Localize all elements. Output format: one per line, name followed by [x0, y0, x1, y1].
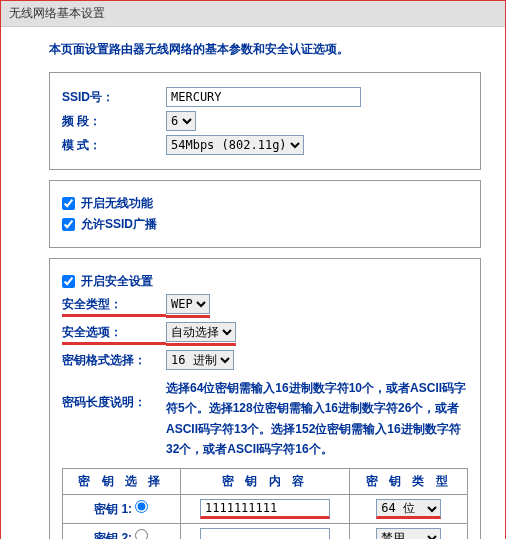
window-header: 无线网络基本设置 — [1, 1, 505, 27]
content-area: 本页面设置路由器无线网络的基本参数和安全认证选项。 SSID号： 频 段： 6 … — [1, 27, 505, 539]
mode-label: 模 式： — [62, 137, 166, 154]
key-table-header: 密 钥 选 择 密 钥 内 容 密 钥 类 型 — [63, 468, 468, 494]
enable-security-label: 开启安全设置 — [81, 273, 153, 290]
band-label: 频 段： — [62, 113, 166, 130]
security-option-select[interactable]: 自动选择 — [166, 322, 236, 342]
wireless-panel: 开启无线功能 允许SSID广播 — [49, 180, 481, 248]
col-type: 密 钥 类 型 — [350, 468, 468, 494]
key-row-1: 密钥 1: 64 位 — [63, 494, 468, 523]
enable-wifi-label: 开启无线功能 — [81, 195, 153, 212]
col-select: 密 钥 选 择 — [63, 468, 181, 494]
security-type-label: 安全类型： — [62, 296, 166, 317]
key2-radio[interactable] — [135, 529, 148, 539]
key-format-label: 密钥格式选择： — [62, 352, 166, 369]
key2-type-select[interactable]: 禁用 — [376, 528, 441, 539]
basic-panel: SSID号： 频 段： 6 模 式： 54Mbps (802.11g) — [49, 72, 481, 170]
length-desc-label: 密码长度说明： — [62, 378, 166, 411]
key1-input[interactable] — [200, 499, 330, 519]
window-title: 无线网络基本设置 — [9, 6, 105, 20]
settings-window: 无线网络基本设置 本页面设置路由器无线网络的基本参数和安全认证选项。 SSID号… — [0, 0, 506, 539]
enable-broadcast-checkbox[interactable] — [62, 218, 75, 231]
key-row-2: 密钥 2: 禁用 — [63, 523, 468, 539]
key1-label: 密钥 1: — [94, 502, 132, 516]
ssid-label: SSID号： — [62, 89, 166, 106]
mode-select[interactable]: 54Mbps (802.11g) — [166, 135, 304, 155]
key2-label: 密钥 2: — [94, 531, 132, 539]
ssid-input[interactable] — [166, 87, 361, 107]
enable-security-checkbox[interactable] — [62, 275, 75, 288]
intro-text: 本页面设置路由器无线网络的基本参数和安全认证选项。 — [49, 41, 481, 58]
length-desc-text: 选择64位密钥需输入16进制数字符10个，或者ASCII码字符5个。选择128位… — [166, 378, 468, 460]
security-type-select[interactable]: WEP — [166, 294, 210, 314]
enable-broadcast-label: 允许SSID广播 — [81, 216, 157, 233]
security-panel: 开启安全设置 安全类型： WEP 安全选项： 自动选择 密钥格式选择： 16 进… — [49, 258, 481, 539]
security-option-label: 安全选项： — [62, 324, 166, 345]
enable-wifi-checkbox[interactable] — [62, 197, 75, 210]
key1-radio[interactable] — [135, 500, 148, 513]
col-content: 密 钥 内 容 — [180, 468, 350, 494]
key1-type-select[interactable]: 64 位 — [376, 499, 441, 519]
key-format-select[interactable]: 16 进制 — [166, 350, 234, 370]
key2-input[interactable] — [200, 528, 330, 539]
band-select[interactable]: 6 — [166, 111, 196, 131]
key-table: 密 钥 选 择 密 钥 内 容 密 钥 类 型 密钥 1: 64 位 密钥 2:… — [62, 468, 468, 539]
